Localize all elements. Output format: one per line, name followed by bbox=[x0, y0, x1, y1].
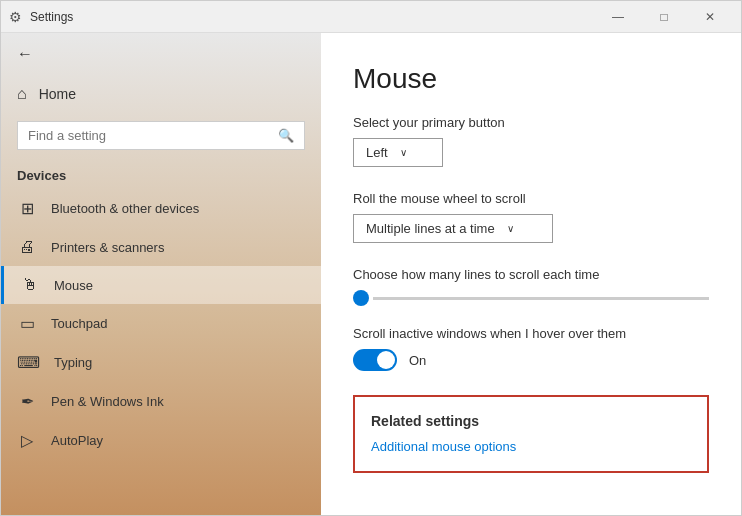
pen-label: Pen & Windows Ink bbox=[51, 394, 164, 409]
search-icon: 🔍 bbox=[278, 128, 294, 143]
sidebar-item-touchpad[interactable]: ▭ Touchpad bbox=[1, 304, 321, 343]
toggle-knob bbox=[377, 351, 395, 369]
bluetooth-icon: ⊞ bbox=[17, 199, 37, 218]
additional-mouse-options-link[interactable]: Additional mouse options bbox=[371, 439, 516, 454]
search-input[interactable] bbox=[28, 128, 270, 143]
main-content: ← ⌂ Home 🔍 Devices ⊞ Bluetooth & other d… bbox=[1, 33, 741, 515]
mouse-label: Mouse bbox=[54, 278, 93, 293]
title-bar-left: ⚙ Settings bbox=[9, 9, 73, 25]
page-title: Mouse bbox=[353, 63, 709, 95]
lines-scroll-label: Choose how many lines to scroll each tim… bbox=[353, 267, 709, 282]
primary-button-chevron-icon: ∨ bbox=[400, 147, 407, 158]
home-icon: ⌂ bbox=[17, 85, 27, 103]
sidebar-item-pen[interactable]: ✒ Pen & Windows Ink bbox=[1, 382, 321, 421]
slider-thumb bbox=[353, 290, 369, 306]
toggle-state-label: On bbox=[409, 353, 426, 368]
search-box[interactable]: 🔍 bbox=[17, 121, 305, 150]
sidebar-item-autoplay[interactable]: ▷ AutoPlay bbox=[1, 421, 321, 460]
inactive-windows-label: Scroll inactive windows when I hover ove… bbox=[353, 326, 709, 341]
settings-window-icon: ⚙ bbox=[9, 9, 22, 25]
primary-button-label: Select your primary button bbox=[353, 115, 709, 130]
scroll-setting-label: Roll the mouse wheel to scroll bbox=[353, 191, 709, 206]
printers-icon: 🖨 bbox=[17, 238, 37, 256]
pen-icon: ✒ bbox=[17, 392, 37, 411]
mouse-icon: 🖱 bbox=[20, 276, 40, 294]
scroll-value: Multiple lines at a time bbox=[366, 221, 495, 236]
related-settings-box: Related settings Additional mouse option… bbox=[353, 395, 709, 473]
sidebar: ← ⌂ Home 🔍 Devices ⊞ Bluetooth & other d… bbox=[1, 33, 321, 515]
back-arrow-icon: ← bbox=[17, 45, 33, 63]
related-settings-title: Related settings bbox=[371, 413, 691, 429]
printers-label: Printers & scanners bbox=[51, 240, 164, 255]
scroll-dropdown[interactable]: Multiple lines at a time ∨ bbox=[353, 214, 553, 243]
minimize-button[interactable]: — bbox=[595, 1, 641, 33]
back-button[interactable]: ← bbox=[1, 33, 321, 75]
typing-label: Typing bbox=[54, 355, 92, 370]
devices-section-label: Devices bbox=[1, 158, 321, 189]
title-bar-text: Settings bbox=[30, 10, 73, 24]
sidebar-item-typing[interactable]: ⌨ Typing bbox=[1, 343, 321, 382]
title-bar: ⚙ Settings — □ ✕ bbox=[1, 1, 741, 33]
touchpad-label: Touchpad bbox=[51, 316, 107, 331]
primary-button-value: Left bbox=[366, 145, 388, 160]
sidebar-item-bluetooth[interactable]: ⊞ Bluetooth & other devices bbox=[1, 189, 321, 228]
home-label: Home bbox=[39, 86, 76, 102]
slider-track bbox=[373, 297, 709, 300]
typing-icon: ⌨ bbox=[17, 353, 40, 372]
autoplay-label: AutoPlay bbox=[51, 433, 103, 448]
lines-slider[interactable] bbox=[353, 290, 709, 306]
touchpad-icon: ▭ bbox=[17, 314, 37, 333]
title-bar-controls: — □ ✕ bbox=[595, 1, 733, 33]
sidebar-item-mouse[interactable]: 🖱 Mouse bbox=[1, 266, 321, 304]
primary-button-dropdown[interactable]: Left ∨ bbox=[353, 138, 443, 167]
settings-window: ⚙ Settings — □ ✕ ← ⌂ Home 🔍 Devices bbox=[0, 0, 742, 516]
autoplay-icon: ▷ bbox=[17, 431, 37, 450]
home-nav-item[interactable]: ⌂ Home bbox=[1, 75, 321, 113]
right-panel: Mouse Select your primary button Left ∨ … bbox=[321, 33, 741, 515]
scroll-chevron-icon: ∨ bbox=[507, 223, 514, 234]
maximize-button[interactable]: □ bbox=[641, 1, 687, 33]
close-button[interactable]: ✕ bbox=[687, 1, 733, 33]
sidebar-item-printers[interactable]: 🖨 Printers & scanners bbox=[1, 228, 321, 266]
inactive-toggle[interactable] bbox=[353, 349, 397, 371]
bluetooth-label: Bluetooth & other devices bbox=[51, 201, 199, 216]
inactive-toggle-row: On bbox=[353, 349, 709, 371]
